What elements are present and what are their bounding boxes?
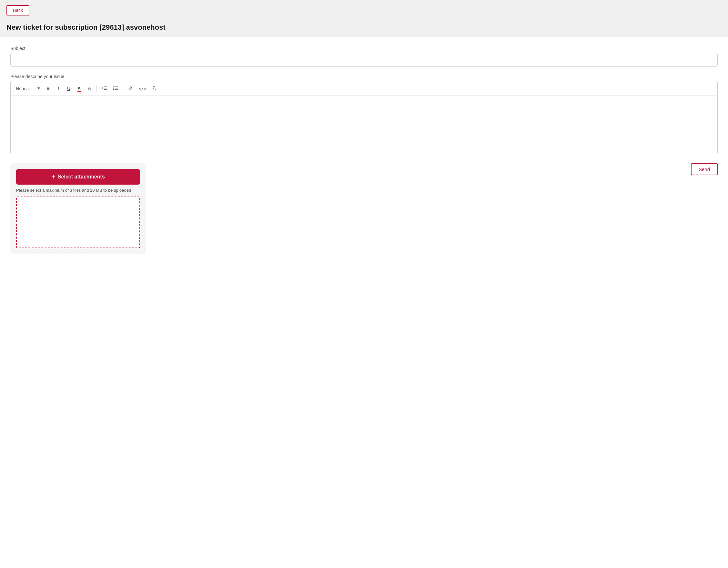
clear-format-button[interactable]: Tx: [150, 84, 159, 93]
top-bar: Back: [0, 0, 728, 21]
subject-label: Subject: [10, 46, 718, 51]
unordered-list-button[interactable]: [110, 84, 120, 93]
svg-point-4: [113, 86, 114, 87]
font-color-icon: A: [77, 86, 81, 91]
send-button[interactable]: Send: [691, 163, 718, 175]
code-button[interactable]: </>: [137, 84, 148, 93]
ordered-list-button[interactable]: 1.: [99, 84, 109, 93]
plus-icon: +: [51, 174, 55, 180]
attachments-panel: + Select attachments Please select a max…: [10, 163, 146, 254]
clear-format-icon: Tx: [152, 86, 156, 91]
svg-point-5: [113, 87, 114, 88]
toolbar: Normal Heading 1 Heading 2 Heading 3 B I…: [11, 81, 717, 96]
attachments-row: + Select attachments Please select a max…: [10, 163, 718, 254]
italic-button[interactable]: I: [54, 84, 63, 93]
select-attachments-label: Select attachments: [58, 174, 105, 180]
bold-button[interactable]: B: [44, 84, 53, 93]
underline-button[interactable]: U: [64, 84, 73, 93]
ordered-list-icon: 1.: [102, 86, 107, 92]
strikethrough-button[interactable]: A: [85, 84, 94, 93]
attachments-hint: Please select a maximum of 3 files and 1…: [16, 188, 140, 193]
form-section: Subject Please describe your issue Norma…: [10, 46, 718, 254]
select-attachments-button[interactable]: + Select attachments: [16, 169, 140, 185]
describe-label: Please describe your issue: [10, 74, 718, 79]
svg-point-6: [113, 89, 114, 90]
main-content: Subject Please describe your issue Norma…: [0, 37, 728, 568]
unordered-list-icon: [113, 86, 118, 92]
subject-input[interactable]: [10, 53, 718, 67]
strikethrough-icon: A: [88, 86, 91, 91]
link-button[interactable]: [126, 84, 135, 93]
rich-text-container: Normal Heading 1 Heading 2 Heading 3 B I…: [10, 81, 718, 154]
format-select[interactable]: Normal Heading 1 Heading 2 Heading 3: [14, 85, 42, 92]
toolbar-divider-1: [96, 85, 97, 92]
code-icon: </>: [139, 86, 146, 91]
link-icon: [128, 86, 133, 92]
back-button[interactable]: Back: [6, 5, 29, 15]
editor-area[interactable]: [11, 96, 717, 154]
page-title: New ticket for subscription [29613] asvo…: [0, 21, 728, 37]
font-color-button[interactable]: A: [75, 84, 84, 93]
toolbar-divider-2: [123, 85, 123, 92]
drop-zone[interactable]: [16, 197, 140, 248]
